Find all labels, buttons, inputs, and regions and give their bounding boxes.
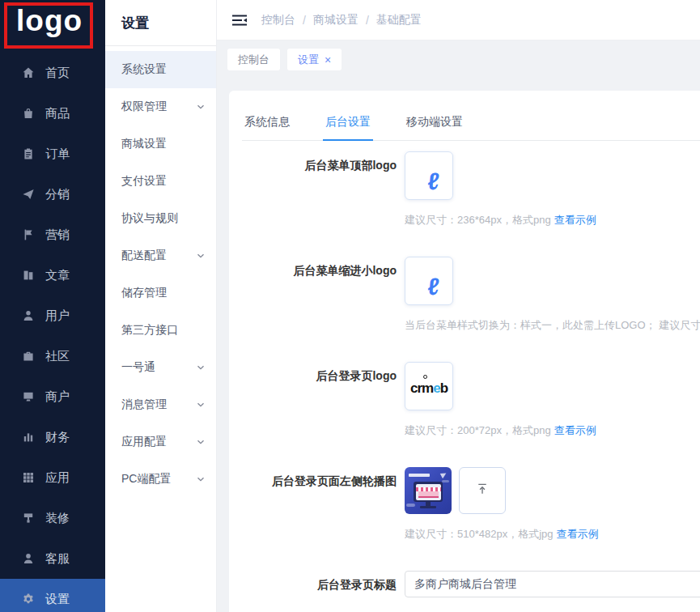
sidebar-item-decoration[interactable]: 装修	[0, 498, 105, 538]
sidebar-item-label: 财务	[45, 430, 70, 445]
settings-tabs: 系统信息 后台设置 移动端设置	[242, 108, 700, 141]
view-example-link[interactable]: 查看示例	[554, 424, 596, 436]
close-icon[interactable]: ×	[325, 54, 331, 66]
admin-settings-form: 后台菜单顶部logo ℓ 建议尺寸：236*64px，格式png查看示例 后台菜…	[242, 141, 700, 597]
sidebar-item-orders[interactable]: 订单	[0, 134, 105, 174]
sidebar-item-label: 应用	[45, 470, 70, 486]
submenu-item-delivery-config[interactable]: 配送配置	[105, 237, 216, 274]
sidebar-item-label: 社区	[45, 349, 70, 364]
carousel-image-thumbnail[interactable]	[405, 467, 452, 514]
briefcase-icon	[22, 350, 35, 363]
sidebar-item-apps[interactable]: 应用	[0, 457, 105, 498]
sidebar-item-label: 装修	[45, 511, 70, 526]
sidebar-item-community[interactable]: 社区	[0, 336, 105, 376]
monitor-illustration	[414, 482, 443, 502]
sidebar-item-articles[interactable]: 文章	[0, 255, 105, 295]
uploaded-logo-image: ℓ	[426, 273, 440, 300]
monitor-icon	[22, 390, 35, 403]
sidebar-item-label: 商品	[45, 106, 70, 121]
gear-icon	[22, 593, 35, 606]
main-nav: 首页 商品 订单 分销 营销 文章	[0, 53, 105, 612]
sidebar-item-distribution[interactable]: 分销	[0, 174, 105, 215]
field-hint: 当后台菜单样式切换为：样式一，此处需上传LOGO； 建议尺寸	[405, 318, 700, 333]
opened-tags-bar: 控制台 设置×	[217, 40, 700, 70]
shopping-bag-icon	[22, 107, 35, 120]
tag-settings[interactable]: 设置×	[287, 49, 342, 70]
submenu-list: 系统设置 权限管理 商城设置 支付设置 协议与规则 配送配置 储存管理 第三方接…	[105, 46, 216, 498]
logo-area[interactable]: logo	[0, 0, 105, 52]
home-icon	[22, 66, 35, 79]
main-area: 控制台 / 商城设置 / 基础配置 控制台 设置× 系统信息 后台设置 移动端设…	[217, 0, 700, 612]
sidebar-item-label: 营销	[45, 227, 70, 243]
user-icon	[22, 309, 35, 322]
main-sidebar: logo 首页 商品 订单 分销 营销	[0, 0, 105, 612]
tag-console[interactable]: 控制台	[227, 49, 280, 70]
tab-admin-settings[interactable]: 后台设置	[323, 108, 373, 141]
tab-mobile-settings[interactable]: 移动端设置	[404, 108, 465, 140]
submenu-item-permissions[interactable]: 权限管理	[105, 88, 216, 125]
field-label: 后台登录页logo	[242, 362, 397, 410]
breadcrumb-item-console[interactable]: 控制台	[261, 13, 295, 28]
chevron-down-icon	[196, 363, 206, 372]
view-example-link[interactable]: 查看示例	[554, 214, 596, 226]
sidebar-item-settings[interactable]: 设置	[0, 579, 105, 612]
field-label: 后台菜单顶部logo	[242, 151, 397, 200]
support-agent-icon	[22, 552, 35, 565]
sidebar-item-label: 用户	[45, 308, 70, 324]
chevron-down-icon	[196, 474, 206, 484]
crmeb-logo-head	[423, 375, 427, 379]
field-menu-small-logo: 后台菜单缩进小logo ℓ 当后台菜单样式切换为：样式一，此处需上传LOGO； …	[242, 257, 700, 333]
menu-top-logo-upload[interactable]: ℓ	[405, 151, 453, 200]
sidebar-item-label: 文章	[45, 268, 70, 283]
view-example-link[interactable]: 查看示例	[557, 528, 599, 540]
chevron-down-icon	[196, 251, 206, 261]
field-login-logo: 后台登录页logo crmeb 建议尺寸：200*72px，格式png查看示例	[242, 362, 700, 438]
breadcrumb-separator: /	[366, 14, 369, 27]
login-title-input[interactable]	[405, 571, 700, 597]
book-icon	[22, 269, 35, 282]
settings-submenu: 设置 系统设置 权限管理 商城设置 支付设置 协议与规则 配送配置 储存管理 第…	[105, 0, 217, 612]
sidebar-item-users[interactable]: 用户	[0, 295, 105, 336]
submenu-item-mall-settings[interactable]: 商城设置	[105, 125, 216, 163]
breadcrumb-item-mall-settings[interactable]: 商城设置	[313, 13, 358, 28]
top-header: 控制台 / 商城设置 / 基础配置	[217, 0, 700, 40]
paper-plane-icon	[22, 188, 35, 201]
field-label: 后台登录页面左侧轮播图	[242, 467, 397, 514]
menu-fold-icon[interactable]	[232, 14, 247, 27]
sidebar-item-label: 首页	[45, 66, 70, 81]
field-hint: 建议尺寸：236*64px，格式png查看示例	[405, 213, 700, 227]
sidebar-item-home[interactable]: 首页	[0, 53, 105, 93]
submenu-item-storage[interactable]: 储存管理	[105, 274, 216, 312]
uploaded-logo-image: ℓ	[426, 168, 440, 195]
submenu-item-yihaotong[interactable]: 一号通	[105, 349, 216, 386]
sidebar-item-finance[interactable]: 财务	[0, 417, 105, 457]
breadcrumb-item-basic-config[interactable]: 基础配置	[376, 13, 422, 28]
breadcrumb-separator: /	[303, 14, 306, 27]
sidebar-item-goods[interactable]: 商品	[0, 93, 105, 134]
field-hint: 建议尺寸：200*72px，格式png查看示例	[405, 423, 700, 438]
chevron-down-icon	[196, 102, 206, 112]
chevron-down-icon	[196, 400, 206, 410]
sidebar-item-marketing[interactable]: 营销	[0, 215, 105, 255]
login-logo-upload[interactable]: crmeb	[405, 362, 453, 410]
app-logo: logo	[16, 4, 83, 38]
sidebar-item-label: 订单	[45, 147, 70, 162]
menu-small-logo-upload[interactable]: ℓ	[405, 257, 453, 305]
submenu-item-pc-config[interactable]: PC端配置	[105, 461, 216, 498]
carousel-upload-button[interactable]	[459, 467, 506, 514]
field-login-carousel: 后台登录页面左侧轮播图	[242, 467, 700, 542]
submenu-item-agreements[interactable]: 协议与规则	[105, 200, 216, 237]
thumbnail-caption-bar	[409, 474, 430, 477]
app-window: logo 首页 商品 订单 分销 营销	[0, 0, 700, 612]
submenu-item-message-management[interactable]: 消息管理	[105, 386, 216, 423]
upload-icon	[475, 482, 490, 499]
sidebar-item-label: 分销	[45, 187, 70, 202]
paper-plane-shape	[440, 471, 448, 478]
submenu-item-third-party-api[interactable]: 第三方接口	[105, 312, 216, 349]
submenu-item-app-config[interactable]: 应用配置	[105, 423, 216, 461]
submenu-item-payment-settings[interactable]: 支付设置	[105, 163, 216, 200]
sidebar-item-merchants[interactable]: 商户	[0, 376, 105, 417]
sidebar-item-service[interactable]: 客服	[0, 538, 105, 579]
submenu-item-system-settings[interactable]: 系统设置	[105, 51, 216, 88]
tab-system-info[interactable]: 系统信息	[242, 108, 292, 140]
